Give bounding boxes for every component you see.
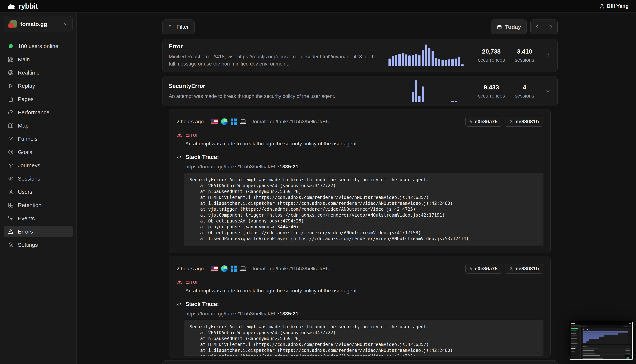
brand-name: rybbit xyxy=(18,2,38,10)
occurrence-page-path[interactable]: tomato.gg/tanks/11553/hellcat/EU xyxy=(253,266,330,272)
occurrence-time: 2 hours ago xyxy=(176,266,204,272)
sidebar-item-users[interactable]: Users xyxy=(4,186,73,198)
error-occurrence-card: 2 hours ago tomato.gg/tanks/11553/hellca… xyxy=(169,109,550,254)
online-status-dot xyxy=(9,44,13,48)
next-period-button[interactable] xyxy=(544,20,558,34)
chevron-down-icon xyxy=(63,22,68,26)
occurrence-error-message: An attempt was made to break through the… xyxy=(185,141,543,147)
chart-bar xyxy=(402,53,404,66)
occurrence-error-label: Error xyxy=(185,132,198,138)
target-icon xyxy=(8,149,14,155)
chart-bar xyxy=(461,64,464,66)
sidebar-item-goals[interactable]: Goals xyxy=(4,146,73,158)
gear-icon xyxy=(8,242,14,248)
error-group-description: Minified React error #418; visit https:/… xyxy=(169,53,381,68)
error-group-title: Error xyxy=(169,43,381,50)
preview-topbar xyxy=(570,322,632,324)
chart-bar xyxy=(452,101,454,102)
brand[interactable]: rybbit xyxy=(7,2,38,10)
error-group-row[interactable]: SecurityError An attempt was made to bre… xyxy=(162,76,558,106)
error-id: e0e86a75 xyxy=(474,119,498,124)
sidebar-item-users-online[interactable]: 180 users online xyxy=(4,40,73,52)
toolbar: Filter Today xyxy=(162,20,558,34)
stack-trace-code[interactable]: SecurityError: An attempt was made to br… xyxy=(184,172,544,246)
occurrence-page-path[interactable]: tomato.gg/tanks/11553/hellcat/EU xyxy=(253,119,330,124)
occurrence-error-message: An attempt was made to break through the… xyxy=(185,288,543,294)
chart-bar xyxy=(405,54,407,66)
user-icon xyxy=(509,266,514,271)
sidebar-item-main[interactable]: Main xyxy=(4,54,73,65)
sidebar-item-label: Performance xyxy=(18,109,50,116)
stack-trace-heading: Stack Trace: xyxy=(185,301,219,308)
preview-nav-line xyxy=(572,340,575,340)
occurrences-count: 20,738 xyxy=(472,48,511,55)
sidebar-item-replay[interactable]: Replay xyxy=(4,80,73,92)
sidebar-item-settings[interactable]: Settings xyxy=(4,239,73,251)
sidebar-item-journeys[interactable]: Journeys xyxy=(4,160,73,171)
date-range-button[interactable]: Today xyxy=(491,20,527,34)
user-id-badge[interactable]: ee88081b xyxy=(505,117,543,126)
sidebar-item-performance[interactable]: Performance xyxy=(4,106,73,118)
error-id-badge[interactable]: # e0e86a75 xyxy=(466,264,502,274)
filter-plus-icon xyxy=(168,24,174,30)
chart-bar xyxy=(432,51,434,66)
calendar-icon xyxy=(497,24,502,30)
alert-triangle-icon xyxy=(8,228,14,235)
site-selector[interactable]: tomato.gg xyxy=(4,16,73,32)
preview-event-bar xyxy=(583,341,586,343)
sidebar-item-label: Realtime xyxy=(18,70,40,76)
preview-log-row xyxy=(583,360,630,360)
code-icon xyxy=(176,302,182,307)
expand-chevron[interactable] xyxy=(538,52,551,58)
error-group-row[interactable]: Error Minified React error #418; visit h… xyxy=(162,39,558,72)
stack-trace-code[interactable]: SecurityError: An attempt was made to br… xyxy=(184,320,544,356)
preview-sidebar xyxy=(570,324,580,360)
chart-bar xyxy=(422,50,424,66)
preview-log-row xyxy=(583,354,630,356)
frog-logo-icon xyxy=(7,3,16,10)
grid-icon xyxy=(8,202,14,208)
laptop-icon xyxy=(240,265,246,272)
user-id-badge[interactable]: ee88081b xyxy=(505,264,543,274)
sessions-label: sessions xyxy=(511,93,538,99)
preview-nav-line xyxy=(572,345,576,346)
site-name: tomato.gg xyxy=(20,21,60,27)
edge-browser-icon xyxy=(221,265,228,272)
chart-bar xyxy=(442,60,444,66)
user-id: ee88081b xyxy=(516,266,539,272)
rewind-icon xyxy=(8,176,14,182)
sidebar-item-label: Replay xyxy=(18,83,35,89)
sidebar-item-sessions[interactable]: Sessions xyxy=(4,173,73,184)
map-icon xyxy=(8,122,14,129)
topbar: rybbit Bill Yang xyxy=(0,0,636,12)
chevron-right-icon xyxy=(545,52,551,58)
preview-log-row xyxy=(583,350,630,351)
sidebar-item-map[interactable]: Map xyxy=(4,120,73,132)
user-id: ee88081b xyxy=(516,119,539,124)
sidebar-item-funnels[interactable]: Funnels xyxy=(4,133,73,145)
chart-bar xyxy=(418,96,420,102)
filter-button[interactable]: Filter xyxy=(162,20,194,34)
sidebar-item-retention[interactable]: Retention xyxy=(4,199,73,211)
sidebar-item-realtime[interactable]: Realtime xyxy=(4,67,73,78)
sidebar-item-pages[interactable]: Pages xyxy=(4,93,73,105)
error-id-badge[interactable]: # e0e86a75 xyxy=(466,117,502,126)
sidebar-item-events[interactable]: Events xyxy=(4,212,73,224)
chart-bar xyxy=(415,54,417,66)
prev-period-button[interactable] xyxy=(530,20,544,34)
sidebar-item-label: Funnels xyxy=(18,136,38,142)
preview-event-bar xyxy=(583,339,589,341)
sidebar-item-label: Users xyxy=(18,189,32,195)
chart-bar xyxy=(425,44,427,66)
user-icon xyxy=(599,4,605,9)
next-error-group-row[interactable] xyxy=(162,360,558,364)
play-icon xyxy=(8,83,14,89)
expand-chevron[interactable] xyxy=(538,88,551,94)
chart-bar xyxy=(395,55,397,66)
edge-browser-icon xyxy=(221,118,228,125)
sidebar-item-errors[interactable]: Errors xyxy=(4,226,73,238)
user-menu[interactable]: Bill Yang xyxy=(599,3,629,9)
sidebar-item-label: Map xyxy=(18,122,28,129)
screen-preview-thumbnail[interactable]: Custom Events Event Log xyxy=(570,322,633,360)
preview-nav-line xyxy=(572,332,577,332)
